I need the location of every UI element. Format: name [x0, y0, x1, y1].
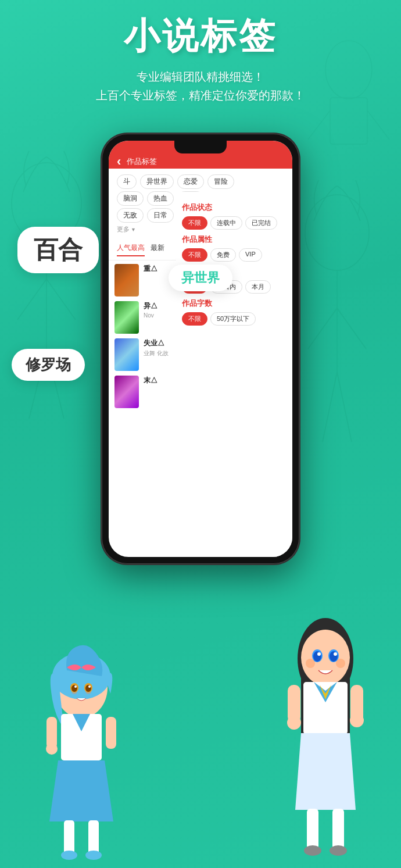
bubble-xiuluchang: 修罗场 — [12, 349, 85, 381]
book-cover-4[interactable] — [114, 376, 139, 408]
screen-title: 作品标签 — [127, 156, 157, 167]
phone-screen: ‹ 作品标签 斗 异世界 恋爱 冒险 脑洞 热血 现实 无敌 日常 — [109, 141, 292, 557]
svg-line-15 — [367, 110, 389, 140]
phone-frame: ‹ 作品标签 斗 异世界 恋爱 冒险 脑洞 热血 现实 无敌 日常 — [102, 134, 299, 564]
tab-popularity[interactable]: 人气最高 — [117, 243, 145, 256]
filter-words-row: 不限 50万字以下 — [182, 312, 287, 326]
svg-point-45 — [334, 652, 337, 656]
chevron-down-icon: ▼ — [131, 227, 136, 233]
phone-notch — [174, 141, 227, 153]
tag-wudi[interactable]: 无敌 — [117, 208, 144, 223]
svg-line-10 — [323, 372, 337, 442]
status-finished[interactable]: 已完结 — [245, 216, 277, 230]
subtitle-line1: 专业编辑团队精挑细选！ 上百个专业标签，精准定位你爱的那款！ — [0, 67, 401, 105]
svg-line-8 — [308, 308, 337, 349]
svg-rect-22 — [88, 820, 99, 855]
svg-rect-52 — [307, 809, 318, 849]
filter-status-row: 不限 连载中 已完结 — [182, 216, 287, 230]
svg-rect-21 — [64, 820, 74, 855]
book-cover-2[interactable] — [114, 301, 139, 334]
svg-marker-20 — [49, 760, 113, 821]
book-cover-1[interactable] — [114, 264, 139, 297]
tag-rexue[interactable]: 热血 — [147, 191, 174, 206]
svg-point-55 — [330, 845, 347, 856]
tag-richang[interactable]: 日常 — [147, 208, 174, 223]
svg-point-23 — [61, 851, 77, 860]
char-right-anime — [262, 606, 389, 868]
bubble-yishijie: 异世界 — [169, 265, 232, 291]
tab-latest[interactable]: 最新 — [151, 243, 164, 256]
book-cover-3[interactable] — [114, 338, 139, 371]
tag-maoxian[interactable]: 冒险 — [207, 174, 234, 189]
svg-point-59 — [350, 713, 364, 727]
svg-line-2 — [17, 279, 46, 320]
property-vip[interactable]: VIP — [239, 248, 262, 262]
svg-rect-53 — [332, 809, 344, 849]
svg-point-47 — [336, 659, 345, 668]
update-month[interactable]: 本月 — [245, 280, 271, 294]
main-title: 小说标签 — [0, 12, 401, 60]
status-ongoing[interactable]: 连载中 — [210, 216, 242, 230]
svg-point-46 — [306, 659, 315, 668]
svg-line-3 — [46, 279, 76, 320]
svg-rect-13 — [330, 98, 367, 144]
svg-rect-48 — [303, 682, 348, 734]
svg-point-35 — [46, 743, 58, 755]
status-unlimited[interactable]: 不限 — [182, 216, 207, 230]
svg-point-39 — [301, 630, 350, 685]
tag-yishijie[interactable]: 异世界 — [140, 174, 174, 189]
svg-point-32 — [88, 685, 91, 688]
char-right-svg — [262, 606, 389, 868]
tag-naodong[interactable]: 脑洞 — [117, 191, 144, 206]
char-left-svg — [12, 635, 151, 868]
char-left-anime — [12, 635, 151, 868]
svg-line-9 — [337, 308, 366, 349]
svg-line-11 — [337, 372, 352, 442]
filter-panel: 作品状态 不限 连载中 已完结 作品属性 不限 免费 VIP 更新时间 不限 七… — [176, 192, 292, 557]
svg-marker-51 — [295, 733, 356, 810]
back-button[interactable]: ‹ — [117, 154, 121, 169]
svg-point-24 — [85, 851, 102, 860]
phone-mockup: ‹ 作品标签 斗 异世界 恋爱 冒险 脑洞 热血 现实 无敌 日常 — [102, 134, 299, 564]
filter-property-title: 作品属性 — [182, 234, 287, 245]
tag-dou[interactable]: 斗 — [117, 174, 137, 189]
tag-lianai[interactable]: 恋爱 — [177, 174, 204, 189]
svg-point-54 — [304, 845, 321, 856]
header-section: 小说标签 专业编辑团队精挑细选！ 上百个专业标签，精准定位你爱的那款！ — [0, 12, 401, 105]
tags-row-1: 斗 异世界 恋爱 冒险 — [117, 174, 284, 189]
svg-line-14 — [308, 110, 330, 140]
filter-property-row: 不限 免费 VIP — [182, 248, 287, 262]
words-500k[interactable]: 50万字以下 — [210, 312, 256, 326]
bubble-baihe: 百合 — [17, 227, 99, 273]
words-unlimited[interactable]: 不限 — [182, 312, 207, 326]
property-unlimited[interactable]: 不限 — [182, 248, 207, 262]
show-more-label: 更多 — [117, 225, 130, 234]
svg-rect-34 — [106, 717, 116, 749]
filter-words-title: 作品字数 — [182, 298, 287, 309]
svg-point-58 — [287, 716, 301, 730]
filter-status-title: 作品状态 — [182, 202, 287, 213]
property-free[interactable]: 免费 — [210, 248, 236, 262]
svg-point-31 — [74, 685, 77, 688]
svg-point-44 — [317, 652, 321, 656]
